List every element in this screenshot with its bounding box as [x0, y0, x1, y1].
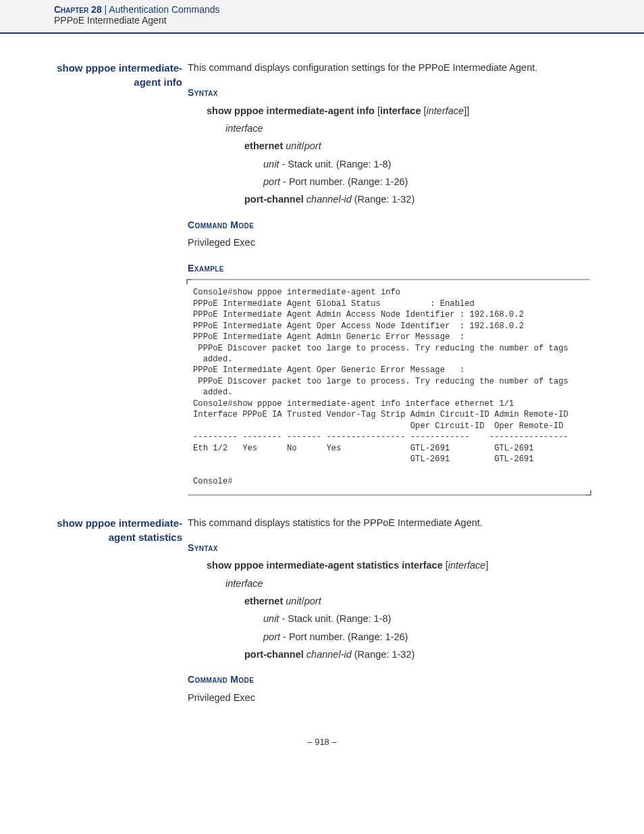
header-subsection: PPPoE Intermediate Agent	[54, 15, 644, 26]
command-name-label: show pppoe intermediate-agent statistics	[54, 516, 188, 717]
syntax-ethernet-line: ethernet unit/port	[244, 139, 590, 153]
page-header-bar: Chapter 28 | Authentication Commands PPP…	[0, 0, 644, 34]
command-body: This command displays statistics for the…	[188, 516, 590, 717]
command-body: This command displays configuration sett…	[188, 61, 590, 496]
syntax-block: show pppoe intermediate-agent statistics…	[207, 558, 590, 661]
syntax-main-line: show pppoe intermediate-agent statistics…	[207, 558, 590, 572]
syntax-heading: Syntax	[188, 542, 590, 555]
syntax-block: show pppoe intermediate-agent info [inte…	[207, 104, 590, 207]
syntax-unit-line: unit - Stack unit. (Range: 1-8)	[263, 157, 590, 171]
command-description: This command displays statistics for the…	[188, 516, 590, 529]
command-mode-heading: Command Mode	[188, 219, 590, 232]
syntax-heading: Syntax	[188, 86, 590, 100]
syntax-main-bold: show pppoe intermediate-agent info	[207, 105, 375, 116]
command-mode-heading: Command Mode	[188, 673, 590, 687]
header-text: Chapter 28 | Authentication Commands PPP…	[0, 4, 644, 26]
page-body: show pppoe intermediate-agent info This …	[0, 34, 644, 767]
syntax-main-rest: [interface [interface]]	[375, 105, 469, 116]
example-output: Console#show pppoe intermediate-agent in…	[188, 279, 590, 495]
syntax-interface-label: interface	[225, 122, 590, 135]
syntax-portchannel-line: port-channel channel-id (Range: 1-32)	[244, 648, 590, 661]
syntax-unit-line: unit - Stack unit. (Range: 1-8)	[263, 612, 590, 625]
command-mode-text: Privileged Exec	[188, 236, 590, 249]
example-heading: Example	[188, 262, 590, 276]
syntax-port-line: port - Port number. (Range: 1-26)	[263, 175, 590, 188]
command-entry: show pppoe intermediate-agent statistics…	[54, 516, 590, 717]
command-description: This command displays configuration sett…	[188, 61, 590, 74]
command-mode-text: Privileged Exec	[188, 691, 590, 704]
header-separator: |	[102, 4, 109, 15]
command-name-label: show pppoe intermediate-agent info	[54, 61, 188, 496]
syntax-main-rest: [interface]	[443, 560, 489, 571]
syntax-portchannel-line: port-channel channel-id (Range: 1-32)	[244, 192, 590, 206]
chapter-label: Chapter 28	[54, 4, 102, 15]
syntax-main-line: show pppoe intermediate-agent info [inte…	[207, 104, 590, 118]
chapter-title: Authentication Commands	[109, 4, 219, 15]
syntax-main-bold: show pppoe intermediate-agent statistics…	[207, 560, 443, 571]
syntax-port-line: port - Port number. (Range: 1-26)	[263, 630, 590, 644]
command-entry: show pppoe intermediate-agent info This …	[54, 61, 590, 496]
page-footer: – 918 –	[54, 737, 590, 747]
syntax-interface-label: interface	[225, 577, 590, 590]
chapter-line: Chapter 28 | Authentication Commands	[54, 4, 644, 15]
syntax-ethernet-line: ethernet unit/port	[244, 594, 590, 608]
